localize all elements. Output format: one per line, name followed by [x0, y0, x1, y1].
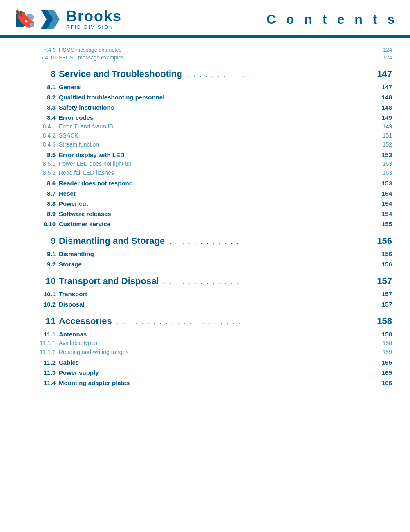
section-num: 8.7: [16, 187, 57, 198]
section-num: 8.4.3: [16, 140, 57, 149]
section-num: 11.2: [16, 356, 57, 367]
section-num: 8.4: [16, 112, 57, 122]
chapter-dots: . . . . . . . . . . . . . . . . . . . . …: [117, 318, 242, 325]
section-title: Read fail LED flashes: [57, 168, 360, 177]
table-row: 11.1.1 Available types 158: [16, 338, 394, 347]
title-area: C o n t e n t s: [122, 12, 398, 27]
table-row: 8.7 Reset 154: [16, 187, 394, 198]
svg-text:🔖: 🔖: [14, 9, 34, 29]
section-title: Qualified troubleshooting personnel: [57, 91, 360, 101]
section-title: Safety instructions: [57, 101, 360, 112]
chapter-page: 157: [369, 268, 394, 288]
table-row: 11.1 Antennas 158: [16, 328, 394, 338]
chapter-num: 10: [16, 268, 57, 288]
chapter-num: 8: [16, 61, 57, 81]
table-row: 8.5.2 Read fail LED flashes 153: [16, 168, 394, 177]
chapter-title: Accessories: [59, 316, 112, 326]
section-num: 8.8: [16, 198, 57, 208]
table-row: 8.3 Safety instructions 148: [16, 101, 394, 112]
table-row: 8.4.1 Error ID and Alarm ID 149: [16, 122, 394, 131]
section-title: Stream function: [57, 140, 360, 149]
section-page: 165: [369, 356, 394, 367]
section-num: 8.9: [16, 208, 57, 218]
chapter-dots: . . . . . . . . . . . . .: [164, 278, 240, 285]
table-row: 8.4.2 SSACK 151: [16, 131, 394, 140]
section-title: Reset: [57, 187, 360, 198]
table-row: 8.1 General 147: [16, 81, 394, 91]
chapter-page: 156: [369, 228, 394, 248]
section-page: 147: [369, 81, 394, 91]
section-title: Customer service: [57, 218, 360, 228]
chapter-row-11: 11 Accessories . . . . . . . . . . . . .…: [16, 309, 394, 328]
section-num: 10.2: [16, 298, 57, 309]
section-page: 158: [369, 338, 394, 347]
section-num: 8.6: [16, 177, 57, 187]
table-row: 7.4.9 HSMS message examples 124: [16, 46, 394, 54]
table-row: 11.1.2 Reading and writing ranges 159: [16, 347, 394, 356]
logo-area: 🔖 Brooks RFID DIVISION: [12, 7, 122, 31]
table-row: 8.4.3 Stream function 152: [16, 140, 394, 149]
chapter-dots: . . . . . . . . . . . .: [170, 238, 240, 245]
table-row: 8.6 Reader does not respond 153: [16, 177, 394, 187]
section-page: 154: [369, 208, 394, 218]
table-row: 8.5.1 Power LED does not light up 153: [16, 159, 394, 168]
table-row: 8.4 Error codes 149: [16, 112, 394, 122]
section-page: 158: [369, 328, 394, 338]
table-row: 11.4 Mounting adapter plates 166: [16, 377, 394, 387]
brooks-logo-icon: 🔖: [12, 8, 34, 30]
section-page: 154: [369, 198, 394, 208]
logo-text-area: Brooks RFID DIVISION: [66, 9, 122, 29]
header: 🔖 Brooks RFID DIVISION C o n t e n t s: [0, 0, 410, 36]
section-title: Reading and writing ranges: [57, 347, 360, 356]
section-title: Mounting adapter plates: [57, 377, 360, 387]
section-num: 8.2: [16, 91, 57, 101]
table-row: 8.5 Error display with LED 153: [16, 149, 394, 159]
section-num: 8.1: [16, 81, 57, 91]
section-num: 8.10: [16, 218, 57, 228]
section-page: 155: [369, 218, 394, 228]
section-title: Available types: [57, 338, 360, 347]
entry-page: 124: [369, 46, 394, 54]
section-page: 154: [369, 187, 394, 198]
section-title: Error codes: [57, 112, 360, 122]
entry-title: SECS-I message examples: [57, 54, 360, 61]
section-title: Software releases: [57, 208, 360, 218]
section-page: 165: [369, 367, 394, 377]
section-page: 153: [369, 177, 394, 187]
table-row: 10.2 Disposal 157: [16, 298, 394, 309]
section-title: Error ID and Alarm ID: [57, 122, 360, 131]
section-num: 9.1: [16, 248, 57, 258]
section-page: 157: [369, 288, 394, 298]
logo-brooks-label: Brooks: [66, 9, 122, 24]
table-row: 8.9 Software releases 154: [16, 208, 394, 218]
section-title: Power LED does not light up: [57, 159, 360, 168]
section-title: Storage: [57, 258, 360, 268]
table-row: 9.1 Dismantling 156: [16, 248, 394, 258]
section-num: 8.5: [16, 149, 57, 159]
chapter-title: Transport and Disposal: [59, 276, 159, 286]
chapter-row-8: 8 Service and Troubleshooting . . . . . …: [16, 61, 394, 81]
section-page: 166: [369, 377, 394, 387]
section-page: 152: [369, 140, 394, 149]
chapter-page: 158: [369, 309, 394, 328]
section-title: Power cut: [57, 198, 360, 208]
section-title: Antennas: [57, 328, 360, 338]
entry-num: 7.4.9: [16, 46, 57, 54]
header-divider: [0, 36, 410, 38]
table-row: 7.4.10 SECS-I message examples 124: [16, 54, 394, 61]
section-title: General: [57, 81, 360, 91]
section-page: 153: [369, 159, 394, 168]
chapter-title: Service and Troubleshooting: [59, 69, 182, 79]
table-row: 11.3 Power supply 165: [16, 367, 394, 377]
table-row: 9.2 Storage 156: [16, 258, 394, 268]
section-page: 156: [369, 248, 394, 258]
section-num: 8.5.1: [16, 159, 57, 168]
section-page: 153: [369, 168, 394, 177]
section-title: Cables: [57, 356, 360, 367]
section-num: 8.3: [16, 101, 57, 112]
table-row: 8.10 Customer service 155: [16, 218, 394, 228]
toc-content: 7.4.9 HSMS message examples 124 7.4.10 S…: [0, 46, 410, 399]
entry-page: 124: [369, 54, 394, 61]
chapter-row-10: 10 Transport and Disposal . . . . . . . …: [16, 268, 394, 288]
section-title: Dismantling: [57, 248, 360, 258]
